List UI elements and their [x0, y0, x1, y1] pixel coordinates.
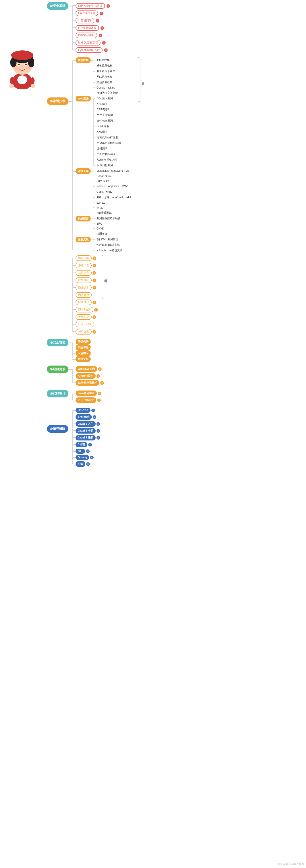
leaf-vulnhub: vulnhub.com靶场实战 [93, 248, 124, 253]
svg-point-11 [19, 64, 20, 64]
branch-计算机网络: 计算机网络 ③ [72, 17, 110, 24]
svg-point-14 [14, 66, 19, 70]
adv-node-DDoS: DDoS攻防 [75, 307, 93, 312]
leaf-中间件: 中间件解析漏洞 [93, 151, 122, 157]
svg-point-15 [26, 66, 30, 70]
leaf-Goby: Goby、XRay [93, 189, 135, 195]
branch-Cpp: C++ ① [72, 448, 100, 454]
main-node-安全管理: ③ 安全管理 [47, 339, 68, 346]
leaf-tag-HTML: HTML基础课程 [75, 25, 99, 31]
badge-无线安全: ① [93, 315, 96, 319]
branch-APP渗透: APP渗透 ③ [72, 328, 98, 335]
s3-branches: 等保保护 风险评估 应急响应 数据安全 [72, 339, 91, 362]
svg-point-18 [9, 84, 14, 88]
branch-MySQL: MySQL基础课程 ① [72, 39, 110, 46]
leaves-渗透工具: Metasploit Framework（MSF） Cobalt Strike … [93, 168, 135, 216]
branch-Golang: Golang ④ [72, 454, 100, 461]
leaf-域名信息收集: 域名信息收集 [93, 63, 119, 68]
adv-node-面试指南: 面试指南 [75, 255, 92, 261]
branch-C语言: C语言 ① [72, 441, 100, 448]
leaf-众测项目: 众测项目 [93, 231, 122, 237]
leaf-nmap: nmap [93, 205, 135, 210]
badge-权限提升: ③ [93, 271, 96, 275]
hline [68, 369, 72, 370]
leaf-SQL注入: SQL注入漏洞 [93, 96, 122, 101]
vline [72, 411, 73, 464]
branch-信息收集: 信息收集 IP信息收集 域名信息收集 服务器信息收集 网站信息收集 其他资源收集 [72, 57, 135, 96]
branch-应急响应: 应急响应 [72, 350, 91, 356]
s2-all-branches: 信息收集 IP信息收集 域名信息收集 服务器信息收集 网站信息收集 其他资源收集 [72, 57, 145, 335]
s1-branches: 网络安全行业与法规 ② Linux操作系统 ③ [72, 2, 110, 54]
sub-node-H5CSS: H5+CSS [75, 408, 91, 413]
badge-Shell: ① [93, 415, 96, 419]
branch-内网渗透: 内网渗透 [72, 291, 98, 299]
leaf-CSRF: CSRF漏洞 [93, 107, 122, 113]
leaf-CVE: 热门CVE漏洞复现 [93, 237, 124, 242]
badge-渗透报告: ④ [93, 264, 96, 268]
main-node-代码审计: ⑤ 代码审计 [47, 390, 68, 397]
svg-point-13 [22, 66, 23, 67]
leaf-sqlmap: sqlmap [93, 200, 135, 205]
node-num: ⑥ [50, 427, 53, 431]
s2-primary-inner: 信息收集 IP信息收集 域名信息收集 服务器信息收集 网站信息收集 其他资源收集 [72, 57, 145, 253]
branch-H5CSS: H5+CSS ① [72, 407, 100, 413]
badge-隐匿技术: ② [93, 286, 96, 289]
leaf-vulhub-org: vulhub.org靶场实战 [93, 242, 124, 248]
sub-node-Java代码审计: Java代码审计 [75, 391, 97, 396]
leaf-文件上传: 文件上传漏洞 [93, 113, 122, 118]
leaf-CobaltStrike: Cobalt Strike [93, 174, 135, 179]
badge-HTML: ④ [101, 26, 104, 30]
branch-Linux: Linux操作系统 ③ [72, 9, 110, 17]
leaf-tag-计算机网络: 计算机网络 [75, 18, 94, 23]
sub-node-JavaSE入门: JavaSE 入门 [75, 421, 96, 427]
leaf-tag-Python: Python基础到实践 [75, 47, 103, 53]
node-label: 安全基础 [53, 4, 65, 8]
leaf-tag-Linux: Linux操作系统 [75, 10, 98, 16]
sub-node-应急响应: 应急响应 [75, 350, 91, 356]
badge-Python: ① [104, 49, 108, 52]
character-illustration [7, 44, 38, 89]
branch-HTML: HTML基础课程 ④ [72, 24, 110, 32]
leaf-Google-hacking: Google hacking [93, 85, 119, 90]
badge-Windows逆向: ⑩ [98, 367, 102, 371]
leaf-Redis: Redis未授权访问 [93, 157, 122, 163]
section-代码审计: ⑤ 代码审计 Java代码审计 ① [47, 390, 297, 404]
branch-权限维持: 权限维持 ② [72, 277, 98, 284]
branch-数据安全: 数据安全 [72, 356, 91, 362]
branch-JavaSE进阶: JavaSE 进阶 ① [72, 434, 100, 441]
badge-JavaSE进阶: ① [97, 436, 100, 440]
node-num: ① [50, 4, 53, 8]
node-num: ② [50, 99, 53, 103]
sub-node-JavaSE中阶: JavaSE 中阶 [75, 428, 96, 434]
bracket-label-渗透高级: 渗透高级 [103, 276, 108, 278]
sub-node-C语言: C语言 [75, 442, 88, 447]
main-node-渗透技术: ② 渗透技术 [47, 97, 68, 105]
node-num: ⑤ [50, 392, 53, 395]
badge-汇编: ② [86, 462, 90, 466]
branch-无线安全: 无线安全 ① [72, 314, 98, 320]
branch-面试指南: 面试指南 ⑨ [72, 255, 98, 261]
svg-point-12 [26, 64, 27, 64]
branch-网络安全: 网络安全行业与法规 ② [72, 2, 110, 9]
leaves-Web安全: SQL注入漏洞 XSS漏洞 CSRF漏洞 文件上传漏洞 文件包含漏洞 SSRF漏… [93, 96, 122, 168]
vline-s2 [72, 60, 73, 250]
adv-node-无线安全: 无线安全 [75, 314, 92, 320]
hline [68, 429, 72, 429]
leaf-反序列化: 反序列化漏洞 [93, 163, 122, 168]
badge-取证溯源: ③ [93, 301, 96, 304]
branch-隐匿技术: 隐匿技术 ② [72, 284, 98, 291]
leaf-逻辑漏洞: 逻辑漏洞 [93, 146, 122, 151]
branch-DDoS: DDoS攻防 ① [72, 306, 98, 313]
badge-网络安全: ② [106, 4, 110, 8]
badge-JavaSE入门: ① [97, 422, 100, 426]
main-node-编程进阶: ⑥ 编程进阶 [47, 425, 68, 433]
branch-权限提升: 权限提升 ③ [72, 270, 98, 276]
s2-advanced-group: 面试指南 ⑨ 渗透报告 ④ [72, 255, 145, 335]
section-安全基础: ① 安全基础 网络安全行业与法规 ② [47, 2, 297, 54]
leaf-MSF: Metasploit Framework（MSF） [93, 168, 135, 174]
sub-node-Golang: Golang [75, 455, 89, 460]
branch-漏洞复现: 漏洞复现 热门CVE漏洞复现 vulhub.org靶场实战 vulnhub.co… [72, 237, 135, 253]
hline [68, 6, 72, 6]
badge-JavaSE中阶: ① [97, 429, 100, 433]
adv-node-取证溯源: 取证溯源 [75, 300, 92, 305]
